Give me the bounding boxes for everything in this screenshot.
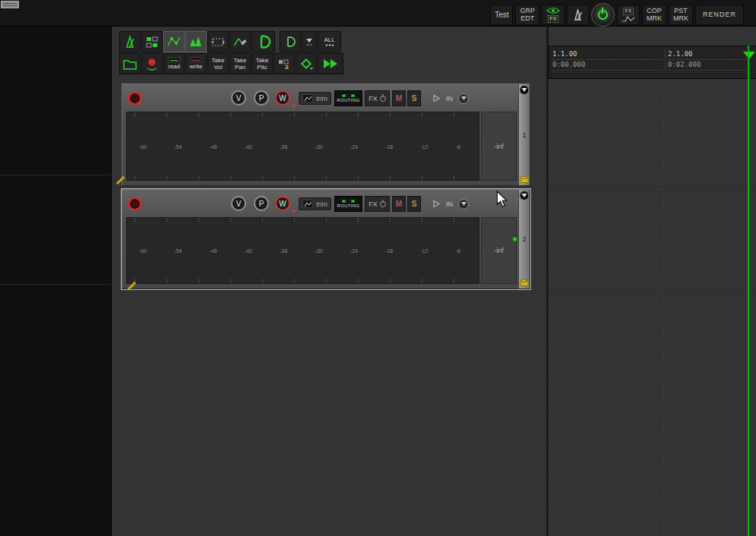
time-position: 0:02.000 [668, 60, 748, 71]
copy-marker-button[interactable]: COP MRK [642, 5, 666, 25]
paste-marker-button[interactable]: PST MRK [669, 5, 693, 25]
bar-position: 1.1.00 [552, 49, 662, 60]
loop-item-button[interactable] [280, 31, 301, 52]
render-button[interactable]: RENDER [695, 5, 744, 25]
envelope-points-icon [166, 34, 182, 49]
record-arm-button[interactable] [128, 91, 142, 106]
routing-led-icon [342, 200, 355, 203]
solo-button[interactable]: S [407, 196, 421, 212]
panel-divider [0, 175, 111, 175]
write-indicator-dot [293, 104, 296, 107]
input-selector[interactable]: IN [429, 90, 472, 106]
width-knob-button[interactable]: W [275, 90, 290, 106]
track-number-strip[interactable]: 2 [518, 190, 530, 288]
arrange-area[interactable] [549, 79, 756, 536]
track-number: 1 [522, 131, 526, 139]
item-move-button[interactable] [207, 31, 229, 52]
peaks-icon [188, 34, 204, 49]
track-list-empty-panel[interactable] [0, 27, 112, 536]
eye-icon [546, 7, 560, 14]
loop-source-button[interactable] [251, 31, 275, 52]
volume-knob-button[interactable]: V [231, 196, 246, 211]
grid-blocks-icon [144, 34, 160, 49]
routing-button[interactable]: ROUTING [334, 196, 362, 212]
folder-state-button[interactable] [520, 178, 529, 183]
power-icon [598, 10, 608, 20]
input-dropdown-button[interactable] [458, 199, 469, 210]
mute-button[interactable]: M [392, 196, 406, 212]
volume-knob-button[interactable]: V [231, 90, 246, 106]
track-panel-2: V P W trim ROUTING FX M S IN -60-54-48-4… [122, 189, 530, 289]
metronome-button[interactable] [119, 31, 141, 52]
grid-line [663, 79, 664, 536]
record-dot-icon [144, 56, 160, 71]
vu-meter: -60-54-48-42-36-30-24-18-12-6 [126, 217, 479, 284]
track-dropdown-button[interactable] [520, 85, 530, 95]
envelope-points-button[interactable] [163, 31, 185, 52]
width-knob-button[interactable]: W [275, 196, 290, 211]
fast-forward-button[interactable] [318, 53, 343, 74]
track-number: 2 [522, 235, 526, 243]
record-mode-button[interactable] [141, 53, 163, 74]
meter-scale: -60-54-48-42-36-30-24-18-12-6 [127, 248, 479, 254]
folder-state-button[interactable] [520, 281, 529, 286]
test-button[interactable]: Test [490, 5, 513, 25]
mute-button[interactable]: M [392, 90, 406, 106]
read-thumb-icon [168, 57, 180, 62]
topbar-button-cluster: Test GRP EDT FX FX [490, 3, 744, 27]
grid-matrix-button[interactable] [141, 31, 163, 52]
metronome-toggle-button[interactable] [567, 5, 589, 25]
group-edit-button[interactable]: GRP EDT [515, 5, 539, 25]
envelope-mini-icon [302, 200, 313, 208]
timeline-ruler[interactable]: 1.1.00 0:00.000 2.1.00 0:02.000 [549, 46, 756, 79]
fx-envelope-button[interactable]: FX [617, 5, 640, 25]
input-arrow-icon [432, 94, 441, 102]
automation-read-button[interactable]: read [163, 53, 185, 74]
master-power-button[interactable] [591, 3, 615, 27]
track-panel-1: V P W trim ROUTING FX M S IN -60-54-48-4… [122, 84, 530, 186]
envelope-mini-icon [302, 94, 313, 102]
main-toolbar-bar: Test GRP EDT FX FX [0, 0, 756, 27]
envelope-pencil-icon [232, 34, 248, 49]
peaks-display-button[interactable] [185, 31, 207, 52]
take-volume-button[interactable]: Take Vol [207, 53, 229, 74]
insert-point-button[interactable] [296, 53, 317, 74]
svg-text:a: a [285, 64, 289, 71]
metronome-icon [122, 34, 138, 49]
write-indicator-dot [293, 210, 296, 213]
solo-button[interactable]: S [407, 90, 421, 106]
trim-envelope-button[interactable]: trim [299, 197, 331, 210]
meter-readout: -inf [481, 217, 517, 284]
routing-button[interactable]: ROUTING [334, 90, 362, 106]
record-arm-button[interactable] [128, 197, 142, 211]
select-all-button[interactable]: ALL [318, 31, 341, 52]
toolbar-dropdown-button[interactable] [302, 31, 317, 52]
track-lane-divider [549, 289, 756, 290]
trim-envelope-button[interactable]: trim [299, 92, 331, 105]
open-project-button[interactable] [119, 53, 141, 74]
envelope-edit-button[interactable] [229, 31, 251, 52]
fx-power-icon [380, 96, 386, 102]
take-pan-button[interactable]: Take Pan [229, 53, 251, 74]
toolbar-row-1: ALL [119, 31, 343, 52]
pan-knob-button[interactable]: P [254, 196, 269, 211]
nudge-settings-button[interactable]: a [274, 53, 295, 74]
take-pitch-button[interactable]: Take Pitc [251, 53, 273, 74]
waveform-icon [622, 16, 635, 22]
fx-chain-button[interactable]: FX [365, 196, 390, 212]
automation-write-button[interactable]: write [185, 53, 207, 74]
edit-cursor-line [748, 46, 749, 536]
vu-meter: -60-54-48-42-36-30-24-18-12-6 [126, 112, 479, 181]
input-selector[interactable]: IN [429, 196, 472, 212]
record-ready-dot [512, 237, 517, 242]
app-window: Test GRP EDT FX FX [0, 0, 756, 536]
edit-cursor-handle[interactable] [743, 52, 755, 59]
pan-knob-button[interactable]: P [254, 90, 269, 106]
fx-visibility-button[interactable]: FX [542, 5, 565, 25]
track-number-strip[interactable]: 1 [518, 84, 530, 185]
input-dropdown-button[interactable] [458, 93, 469, 104]
fx-chain-button[interactable]: FX [365, 90, 390, 106]
window-menu-stub[interactable] [1, 1, 19, 8]
bar-position: 2.1.00 [668, 49, 748, 60]
track-dropdown-button[interactable] [520, 191, 530, 200]
